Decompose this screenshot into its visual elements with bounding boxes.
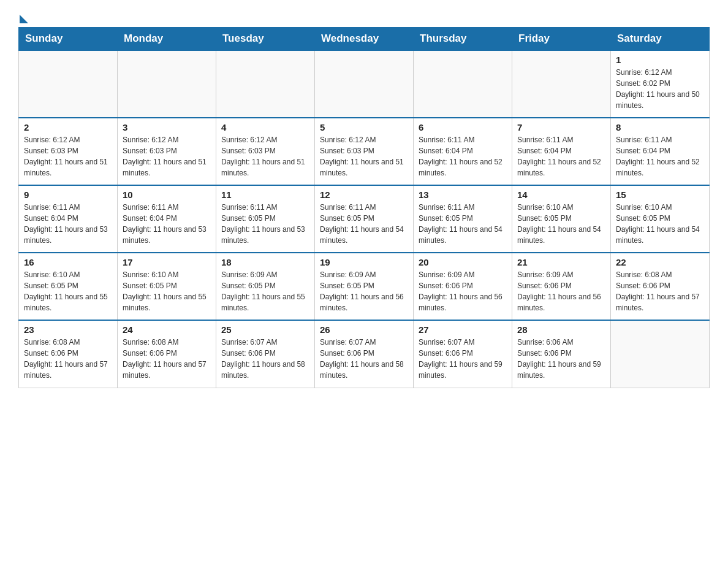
calendar-cell: 5Sunrise: 6:12 AMSunset: 6:03 PMDaylight… — [315, 118, 414, 185]
calendar-cell: 11Sunrise: 6:11 AMSunset: 6:05 PMDayligh… — [216, 185, 315, 253]
calendar-cell: 28Sunrise: 6:06 AMSunset: 6:06 PMDayligh… — [512, 320, 611, 388]
calendar-header-row: SundayMondayTuesdayWednesdayThursdayFrid… — [19, 28, 710, 51]
calendar-cell: 22Sunrise: 6:08 AMSunset: 6:06 PMDayligh… — [611, 253, 710, 320]
logo — [18, 12, 28, 21]
day-info: Sunrise: 6:11 AMSunset: 6:04 PMDaylight:… — [419, 134, 507, 178]
calendar-cell: 9Sunrise: 6:11 AMSunset: 6:04 PMDaylight… — [19, 185, 118, 253]
day-header-wednesday: Wednesday — [315, 28, 414, 51]
calendar-cell: 10Sunrise: 6:11 AMSunset: 6:04 PMDayligh… — [118, 185, 216, 253]
day-info: Sunrise: 6:11 AMSunset: 6:05 PMDaylight:… — [320, 202, 408, 246]
day-info: Sunrise: 6:07 AMSunset: 6:06 PMDaylight:… — [320, 337, 408, 381]
day-number: 26 — [320, 324, 408, 335]
day-number: 16 — [24, 257, 112, 267]
calendar-table: SundayMondayTuesdayWednesdayThursdayFrid… — [18, 27, 710, 388]
day-number: 25 — [221, 324, 309, 335]
day-info: Sunrise: 6:11 AMSunset: 6:04 PMDaylight:… — [616, 134, 704, 178]
week-row-2: 2Sunrise: 6:12 AMSunset: 6:03 PMDaylight… — [19, 118, 710, 185]
calendar-cell: 13Sunrise: 6:11 AMSunset: 6:05 PMDayligh… — [414, 185, 512, 253]
day-number: 9 — [24, 190, 112, 200]
day-number: 6 — [419, 122, 507, 132]
week-row-5: 23Sunrise: 6:08 AMSunset: 6:06 PMDayligh… — [19, 320, 710, 388]
day-header-friday: Friday — [512, 28, 611, 51]
day-header-monday: Monday — [118, 28, 216, 51]
day-info: Sunrise: 6:08 AMSunset: 6:06 PMDaylight:… — [616, 269, 704, 313]
day-info: Sunrise: 6:10 AMSunset: 6:05 PMDaylight:… — [616, 202, 704, 246]
day-header-thursday: Thursday — [414, 28, 512, 51]
day-header-saturday: Saturday — [611, 28, 710, 51]
calendar-cell — [315, 50, 414, 118]
day-info: Sunrise: 6:10 AMSunset: 6:05 PMDaylight:… — [517, 202, 605, 246]
calendar-cell: 1Sunrise: 6:12 AMSunset: 6:02 PMDaylight… — [611, 50, 710, 118]
calendar-cell: 4Sunrise: 6:12 AMSunset: 6:03 PMDaylight… — [216, 118, 315, 185]
day-info: Sunrise: 6:11 AMSunset: 6:04 PMDaylight:… — [24, 202, 112, 246]
day-info: Sunrise: 6:09 AMSunset: 6:06 PMDaylight:… — [419, 269, 507, 313]
calendar-cell: 12Sunrise: 6:11 AMSunset: 6:05 PMDayligh… — [315, 185, 414, 253]
day-info: Sunrise: 6:12 AMSunset: 6:03 PMDaylight:… — [24, 134, 112, 178]
calendar-cell — [611, 320, 710, 388]
day-number: 23 — [24, 324, 112, 335]
day-info: Sunrise: 6:12 AMSunset: 6:03 PMDaylight:… — [123, 134, 211, 178]
calendar-cell: 20Sunrise: 6:09 AMSunset: 6:06 PMDayligh… — [414, 253, 512, 320]
day-number: 28 — [517, 324, 605, 335]
day-info: Sunrise: 6:11 AMSunset: 6:04 PMDaylight:… — [517, 134, 605, 178]
calendar-cell: 6Sunrise: 6:11 AMSunset: 6:04 PMDaylight… — [414, 118, 512, 185]
day-number: 5 — [320, 122, 408, 132]
day-number: 11 — [221, 190, 309, 200]
day-info: Sunrise: 6:11 AMSunset: 6:05 PMDaylight:… — [419, 202, 507, 246]
calendar-cell: 27Sunrise: 6:07 AMSunset: 6:06 PMDayligh… — [414, 320, 512, 388]
calendar-cell: 2Sunrise: 6:12 AMSunset: 6:03 PMDaylight… — [19, 118, 118, 185]
calendar-cell: 19Sunrise: 6:09 AMSunset: 6:05 PMDayligh… — [315, 253, 414, 320]
calendar-cell — [216, 50, 315, 118]
day-number: 24 — [123, 324, 211, 335]
calendar-cell: 7Sunrise: 6:11 AMSunset: 6:04 PMDaylight… — [512, 118, 611, 185]
calendar-cell — [414, 50, 512, 118]
day-number: 10 — [123, 190, 211, 200]
calendar-cell — [512, 50, 611, 118]
day-info: Sunrise: 6:12 AMSunset: 6:02 PMDaylight:… — [616, 67, 704, 111]
day-number: 1 — [616, 55, 704, 65]
calendar-cell — [19, 50, 118, 118]
calendar-cell — [118, 50, 216, 118]
logo-arrow-icon — [20, 15, 28, 23]
day-number: 2 — [24, 122, 112, 132]
day-number: 22 — [616, 257, 704, 267]
day-number: 20 — [419, 257, 507, 267]
day-number: 3 — [123, 122, 211, 132]
day-info: Sunrise: 6:09 AMSunset: 6:05 PMDaylight:… — [320, 269, 408, 313]
calendar-cell: 16Sunrise: 6:10 AMSunset: 6:05 PMDayligh… — [19, 253, 118, 320]
week-row-1: 1Sunrise: 6:12 AMSunset: 6:02 PMDaylight… — [19, 50, 710, 118]
day-number: 19 — [320, 257, 408, 267]
calendar-cell: 8Sunrise: 6:11 AMSunset: 6:04 PMDaylight… — [611, 118, 710, 185]
calendar-cell: 21Sunrise: 6:09 AMSunset: 6:06 PMDayligh… — [512, 253, 611, 320]
day-number: 18 — [221, 257, 309, 267]
day-number: 27 — [419, 324, 507, 335]
week-row-4: 16Sunrise: 6:10 AMSunset: 6:05 PMDayligh… — [19, 253, 710, 320]
day-info: Sunrise: 6:07 AMSunset: 6:06 PMDaylight:… — [221, 337, 309, 381]
day-info: Sunrise: 6:12 AMSunset: 6:03 PMDaylight:… — [221, 134, 309, 178]
day-number: 4 — [221, 122, 309, 132]
day-info: Sunrise: 6:11 AMSunset: 6:05 PMDaylight:… — [221, 202, 309, 246]
day-number: 8 — [616, 122, 704, 132]
day-number: 17 — [123, 257, 211, 267]
day-info: Sunrise: 6:10 AMSunset: 6:05 PMDaylight:… — [24, 269, 112, 313]
calendar-cell: 23Sunrise: 6:08 AMSunset: 6:06 PMDayligh… — [19, 320, 118, 388]
day-info: Sunrise: 6:09 AMSunset: 6:05 PMDaylight:… — [221, 269, 309, 313]
day-info: Sunrise: 6:08 AMSunset: 6:06 PMDaylight:… — [24, 337, 112, 381]
day-info: Sunrise: 6:11 AMSunset: 6:04 PMDaylight:… — [123, 202, 211, 246]
calendar-cell: 26Sunrise: 6:07 AMSunset: 6:06 PMDayligh… — [315, 320, 414, 388]
day-number: 12 — [320, 190, 408, 200]
day-info: Sunrise: 6:07 AMSunset: 6:06 PMDaylight:… — [419, 337, 507, 381]
calendar-cell: 17Sunrise: 6:10 AMSunset: 6:05 PMDayligh… — [118, 253, 216, 320]
day-number: 21 — [517, 257, 605, 267]
calendar-cell: 3Sunrise: 6:12 AMSunset: 6:03 PMDaylight… — [118, 118, 216, 185]
day-header-tuesday: Tuesday — [216, 28, 315, 51]
calendar-cell: 24Sunrise: 6:08 AMSunset: 6:06 PMDayligh… — [118, 320, 216, 388]
day-number: 13 — [419, 190, 507, 200]
calendar-cell: 15Sunrise: 6:10 AMSunset: 6:05 PMDayligh… — [611, 185, 710, 253]
calendar-cell: 25Sunrise: 6:07 AMSunset: 6:06 PMDayligh… — [216, 320, 315, 388]
day-number: 15 — [616, 190, 704, 200]
day-info: Sunrise: 6:10 AMSunset: 6:05 PMDaylight:… — [123, 269, 211, 313]
day-info: Sunrise: 6:12 AMSunset: 6:03 PMDaylight:… — [320, 134, 408, 178]
day-info: Sunrise: 6:08 AMSunset: 6:06 PMDaylight:… — [123, 337, 211, 381]
calendar-cell: 14Sunrise: 6:10 AMSunset: 6:05 PMDayligh… — [512, 185, 611, 253]
